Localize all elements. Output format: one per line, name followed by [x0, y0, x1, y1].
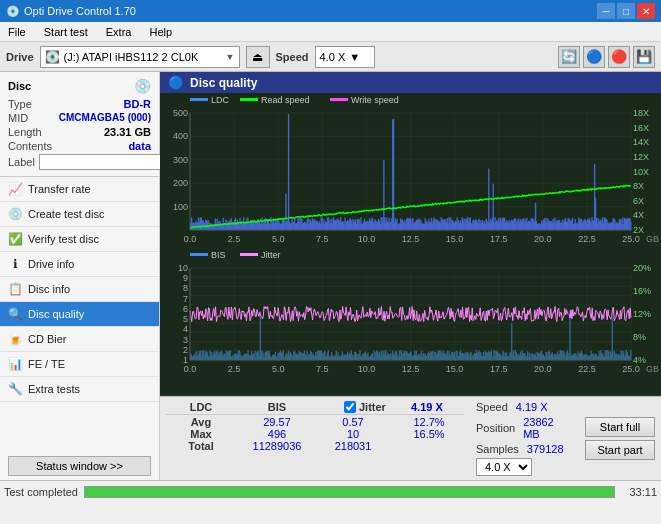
- speed-section-label: Speed: [476, 401, 508, 413]
- max-row-label: Max: [166, 428, 236, 440]
- jitter-checkbox[interactable]: [344, 401, 356, 413]
- nav-extra-tests-label: Extra tests: [28, 383, 80, 395]
- drive-dropdown-arrow: ▼: [226, 52, 235, 62]
- nav-cd-bier-label: CD Bier: [28, 333, 67, 345]
- transfer-rate-icon: 📈: [8, 182, 22, 196]
- menu-help[interactable]: Help: [145, 24, 176, 40]
- nav-create-test-disc-label: Create test disc: [28, 208, 104, 220]
- eject-button[interactable]: ⏏: [246, 46, 270, 68]
- drive-selector[interactable]: 💽 (J:) ATAPI iHBS112 2 CL0K ▼: [40, 46, 240, 68]
- contents-label: Contents: [8, 140, 52, 152]
- drive-icon: 💽: [45, 50, 60, 64]
- stats-bar: LDC BIS Jitter 4.19 X Avg 29.57 0.57: [160, 396, 661, 480]
- type-value: BD-R: [124, 98, 152, 110]
- start-full-button[interactable]: Start full: [585, 417, 655, 437]
- toolbar-btn-3[interactable]: 🔴: [608, 46, 630, 68]
- stats-table: LDC BIS Jitter 4.19 X Avg 29.57 0.57: [160, 397, 470, 480]
- chart1-canvas: [160, 93, 661, 248]
- chart2-canvas: [160, 248, 661, 378]
- titlebar-controls: ─ □ ✕: [597, 3, 655, 19]
- total-ldc: 11289036: [242, 440, 312, 452]
- statusbar: Test completed 33:11: [0, 480, 661, 502]
- app-icon: 💿: [6, 5, 20, 18]
- avg-jitter: 12.7%: [394, 416, 464, 428]
- toolbar-btn-4[interactable]: 💾: [633, 46, 655, 68]
- fe-te-icon: 📊: [8, 357, 22, 371]
- close-button[interactable]: ✕: [637, 3, 655, 19]
- length-label: Length: [8, 126, 42, 138]
- contents-value: data: [128, 140, 151, 152]
- drive-info-icon: ℹ: [8, 257, 22, 271]
- total-row-label: Total: [166, 440, 236, 452]
- progress-bar-fill: [85, 487, 614, 497]
- menu-start-test[interactable]: Start test: [40, 24, 92, 40]
- avg-bis: 0.57: [318, 416, 388, 428]
- avg-ldc: 29.57: [242, 416, 312, 428]
- progress-bar: [84, 486, 615, 498]
- nav-fe-te-label: FE / TE: [28, 358, 65, 370]
- type-label: Type: [8, 98, 32, 110]
- toolbar-btn-1[interactable]: 🔄: [558, 46, 580, 68]
- action-buttons: Start full Start part: [579, 397, 661, 480]
- sidebar: Disc 💿 Type BD-R MID CMCMAGBA5 (000) Len…: [0, 72, 160, 480]
- status-window-button[interactable]: Status window >>: [8, 456, 151, 476]
- disc-quality-title: Disc quality: [190, 76, 257, 90]
- disc-quality-header: 🔵 Disc quality: [160, 72, 661, 93]
- disc-label: Disc: [8, 80, 31, 92]
- start-part-button[interactable]: Start part: [585, 440, 655, 460]
- maximize-button[interactable]: □: [617, 3, 635, 19]
- nav-disc-info[interactable]: 📋 Disc info: [0, 277, 159, 302]
- charts-area: [160, 93, 661, 396]
- menu-file[interactable]: File: [4, 24, 30, 40]
- speed-selector[interactable]: 4.0 X ▼: [315, 46, 375, 68]
- titlebar: 💿 Opti Drive Control 1.70 ─ □ ✕: [0, 0, 661, 22]
- drive-label: Drive: [6, 51, 34, 63]
- extra-tests-icon: 🔧: [8, 382, 22, 396]
- speed-label: Speed: [276, 51, 309, 63]
- speed-dropdown-arrow: ▼: [349, 51, 360, 63]
- jitter-section: Jitter: [344, 401, 386, 413]
- create-test-disc-icon: 💿: [8, 207, 22, 221]
- nav-extra-tests[interactable]: 🔧 Extra tests: [0, 377, 159, 402]
- disc-info-panel: Disc 💿 Type BD-R MID CMCMAGBA5 (000) Len…: [0, 72, 159, 177]
- disc-quality-icon: 🔍: [8, 307, 22, 321]
- disc-quality-header-icon: 🔵: [168, 75, 184, 90]
- col-speed-header: 4.19 X: [392, 401, 462, 413]
- col-ldc-header: LDC: [166, 401, 236, 413]
- col-spacer: [318, 401, 338, 413]
- nav-transfer-rate-label: Transfer rate: [28, 183, 91, 195]
- nav-cd-bier[interactable]: 🍺 CD Bier: [0, 327, 159, 352]
- drivebar: Drive 💽 (J:) ATAPI iHBS112 2 CL0K ▼ ⏏ Sp…: [0, 42, 661, 72]
- max-jitter: 16.5%: [394, 428, 464, 440]
- nav-verify-test-disc-label: Verify test disc: [28, 233, 99, 245]
- nav-verify-test-disc[interactable]: ✅ Verify test disc: [0, 227, 159, 252]
- speed-section: Speed 4.19 X Position 23862 MB Samples 3…: [470, 397, 579, 480]
- verify-test-disc-icon: ✅: [8, 232, 22, 246]
- disc-info-icon: 📋: [8, 282, 22, 296]
- toolbar-icons: 🔄 🔵 🔴 💾: [558, 46, 655, 68]
- mid-value: CMCMAGBA5 (000): [59, 112, 151, 124]
- content-area: 🔵 Disc quality LDC BIS: [160, 72, 661, 480]
- nav-drive-info[interactable]: ℹ Drive info: [0, 252, 159, 277]
- samples-label: Samples: [476, 443, 519, 455]
- time-display: 33:11: [629, 486, 657, 498]
- toolbar-btn-2[interactable]: 🔵: [583, 46, 605, 68]
- position-value: 23862 MB: [523, 416, 573, 440]
- app-title: Opti Drive Control 1.70: [24, 5, 136, 17]
- titlebar-left: 💿 Opti Drive Control 1.70: [6, 5, 136, 18]
- speed-dropdown-select[interactable]: 4.0 X 2.0 X 1.0 X: [476, 458, 532, 476]
- total-bis: 218031: [318, 440, 388, 452]
- max-ldc: 496: [242, 428, 312, 440]
- nav-transfer-rate[interactable]: 📈 Transfer rate: [0, 177, 159, 202]
- length-value: 23.31 GB: [104, 126, 151, 138]
- chart1-container: [160, 93, 661, 248]
- drive-value: (J:) ATAPI iHBS112 2 CL0K: [64, 51, 222, 63]
- nav-fe-te[interactable]: 📊 FE / TE: [0, 352, 159, 377]
- label-input[interactable]: [39, 154, 172, 170]
- cd-bier-icon: 🍺: [8, 332, 22, 346]
- nav-disc-quality[interactable]: 🔍 Disc quality: [0, 302, 159, 327]
- menu-extra[interactable]: Extra: [102, 24, 136, 40]
- nav-create-test-disc[interactable]: 💿 Create test disc: [0, 202, 159, 227]
- minimize-button[interactable]: ─: [597, 3, 615, 19]
- status-text: Test completed: [4, 486, 78, 498]
